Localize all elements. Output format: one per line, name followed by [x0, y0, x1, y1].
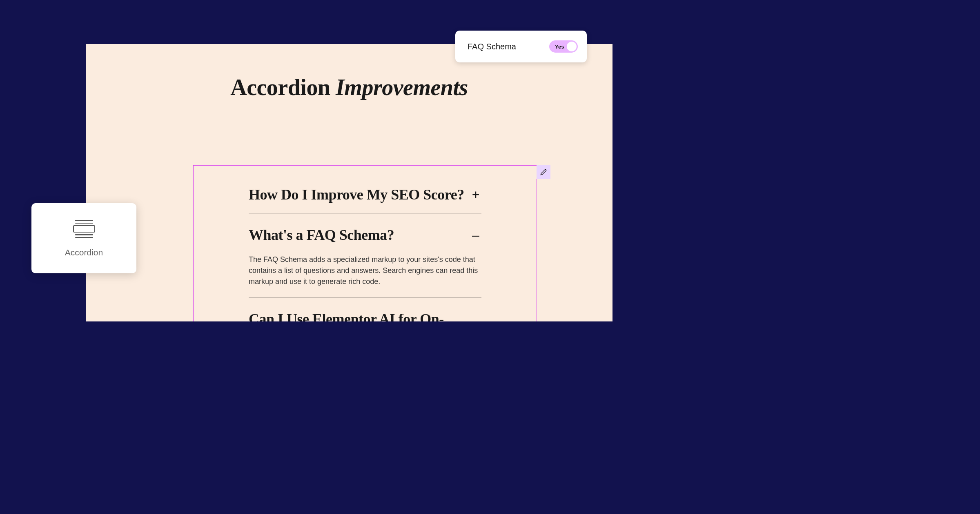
accordion-title: Can I Use Elementor AI for On-Page SEO? — [249, 310, 472, 321]
faq-schema-panel: FAQ Schema Yes — [455, 31, 587, 62]
accordion-item: How Do I Improve My SEO Score? + — [249, 186, 481, 213]
editor-canvas: Accordion Improvements How Do I Improve … — [86, 44, 612, 321]
expand-icon: + — [470, 188, 481, 201]
accordion-icon — [72, 219, 96, 239]
collapse-icon: – — [470, 228, 481, 241]
accordion-header[interactable]: How Do I Improve My SEO Score? + — [249, 186, 481, 203]
accordion-item: What's a FAQ Schema? – The FAQ Schema ad… — [249, 226, 481, 297]
accordion-widget-chip[interactable]: Accordion — [31, 203, 136, 273]
accordion-content: The FAQ Schema adds a specialized markup… — [249, 254, 481, 287]
faq-schema-toggle[interactable]: Yes — [549, 40, 578, 53]
accordion-header[interactable]: Can I Use Elementor AI for On-Page SEO? … — [249, 310, 481, 321]
accordion-title: What's a FAQ Schema? — [249, 226, 394, 244]
accordion-header[interactable]: What's a FAQ Schema? – — [249, 226, 481, 244]
page-title-plain: Accordion — [230, 75, 336, 100]
widget-selection-frame[interactable]: How Do I Improve My SEO Score? + What's … — [193, 165, 537, 321]
accordion-title: How Do I Improve My SEO Score? — [249, 186, 464, 203]
toggle-state-label: Yes — [555, 44, 564, 50]
edit-widget-button[interactable] — [537, 165, 550, 179]
page-title-italic: Improvements — [336, 75, 468, 100]
accordion-item: Can I Use Elementor AI for On-Page SEO? … — [249, 310, 481, 321]
faq-schema-label: FAQ Schema — [468, 42, 516, 51]
toggle-knob — [567, 42, 577, 51]
pencil-icon — [540, 169, 547, 175]
widget-chip-label: Accordion — [65, 248, 103, 257]
expand-icon: + — [472, 321, 481, 321]
accordion-widget: How Do I Improve My SEO Score? + What's … — [194, 166, 537, 321]
